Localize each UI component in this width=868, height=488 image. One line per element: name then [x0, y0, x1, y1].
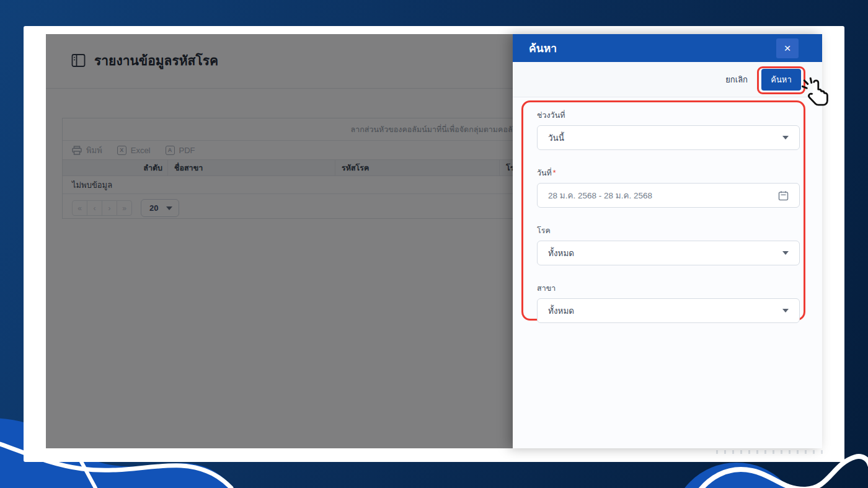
date-range-type-select[interactable]: วันนี้ [537, 125, 800, 150]
branch-label: สาขา [537, 282, 804, 295]
date-range-type-label: ช่วงวันที่ [537, 109, 804, 122]
date-range-value: 28 ม.ค. 2568 - 28 ม.ค. 2568 [548, 189, 652, 202]
drawer-title: ค้นหา [529, 40, 776, 57]
calendar-icon [778, 190, 789, 201]
close-button[interactable]: × [776, 38, 799, 58]
date-label: วันที่* [537, 167, 804, 179]
date-range-type-value: วันนี้ [548, 131, 564, 144]
cancel-button[interactable]: ยกเลิก [725, 73, 748, 86]
search-drawer: ค้นหา × ยกเลิก ค้นหา [513, 34, 822, 448]
required-asterisk: * [553, 169, 556, 177]
branch-select[interactable]: ทั้งหมด [537, 298, 800, 323]
cursor-hand-icon [799, 75, 831, 107]
content-region: รายงานข้อมูลรหัสโรค ลากส่วนหัวของคอลัมน์… [46, 34, 822, 448]
drawer-header: ค้นหา × [513, 34, 822, 62]
footer-faint-marks [716, 450, 823, 454]
chevron-down-icon [782, 309, 789, 313]
date-label-text: วันที่ [537, 169, 552, 177]
search-submit-button[interactable]: ค้นหา [761, 69, 801, 91]
branch-value: ทั้งหมด [548, 304, 574, 317]
disease-label: โรค [537, 224, 804, 237]
disease-select[interactable]: ทั้งหมด [537, 241, 800, 265]
app-window: รายงานข้อมูลรหัสโรค ลากส่วนหัวของคอลัมน์… [24, 26, 844, 462]
drawer-action-bar: ยกเลิก ค้นหา [513, 62, 822, 97]
chevron-down-icon [782, 136, 789, 140]
chevron-down-icon [782, 251, 789, 255]
annotation-highlight-form: ช่วงวันที่ วันนี้ วันที่* 28 ม.ค. 2568 -… [521, 100, 805, 321]
close-icon: × [784, 42, 790, 54]
date-range-input[interactable]: 28 ม.ค. 2568 - 28 ม.ค. 2568 [537, 183, 800, 208]
disease-value: ทั้งหมด [548, 246, 574, 260]
